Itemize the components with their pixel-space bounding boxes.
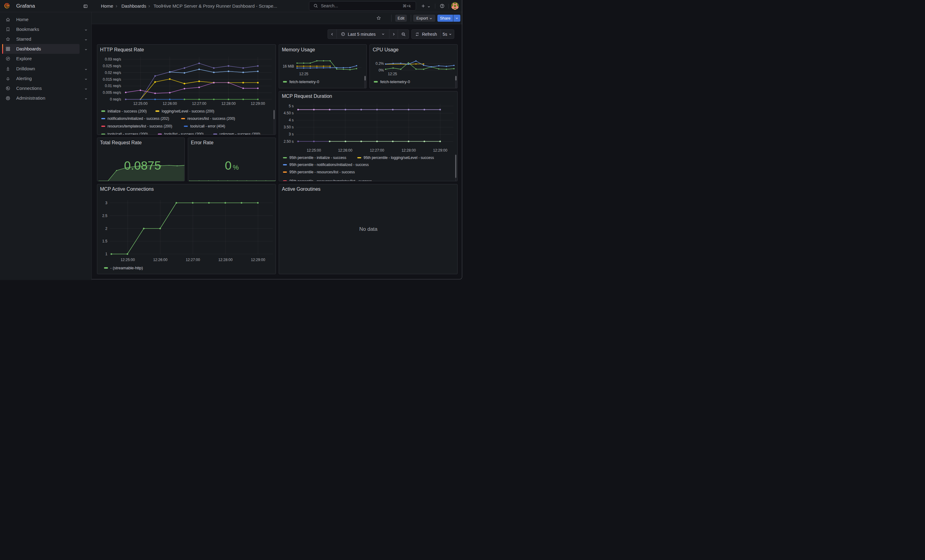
svg-text:2.5: 2.5 bbox=[102, 213, 107, 218]
svg-text:12:26:00: 12:26:00 bbox=[153, 258, 167, 262]
svg-text:12:29:00: 12:29:00 bbox=[250, 102, 265, 106]
svg-text:12:26:00: 12:26:00 bbox=[338, 148, 353, 152]
svg-text:12:28:00: 12:28:00 bbox=[218, 258, 232, 262]
svg-text:4.50 s: 4.50 s bbox=[283, 111, 294, 115]
svg-text:12:25:00: 12:25:00 bbox=[133, 102, 148, 106]
svg-text:0: 0 bbox=[225, 159, 232, 172]
svg-text:0 req/s: 0 req/s bbox=[110, 97, 121, 102]
svg-text:4 s: 4 s bbox=[289, 118, 294, 122]
svg-text:3: 3 bbox=[105, 201, 107, 205]
svg-text:12:29:00: 12:29:00 bbox=[251, 258, 265, 262]
svg-text:0.025 req/s: 0.025 req/s bbox=[102, 64, 121, 68]
svg-text:12:26:00: 12:26:00 bbox=[163, 102, 177, 106]
svg-text:12:27:00: 12:27:00 bbox=[370, 148, 384, 152]
svg-text:3 s: 3 s bbox=[289, 132, 294, 136]
svg-text:12:27:00: 12:27:00 bbox=[192, 102, 206, 106]
svg-text:12:27:00: 12:27:00 bbox=[186, 258, 200, 262]
svg-text:12:25:00: 12:25:00 bbox=[121, 258, 135, 262]
svg-text:0.03 req/s: 0.03 req/s bbox=[105, 57, 121, 62]
svg-text:12:28:00: 12:28:00 bbox=[221, 102, 235, 106]
svg-text:0.015 req/s: 0.015 req/s bbox=[102, 77, 121, 82]
svg-text:3.50 s: 3.50 s bbox=[283, 125, 294, 129]
svg-text:12:28:00: 12:28:00 bbox=[402, 148, 416, 152]
svg-text:0.005 req/s: 0.005 req/s bbox=[102, 90, 121, 95]
svg-text:%: % bbox=[233, 164, 239, 171]
svg-text:12:25: 12:25 bbox=[299, 72, 308, 76]
svg-text:1: 1 bbox=[105, 252, 107, 256]
svg-text:0%: 0% bbox=[379, 68, 384, 72]
svg-text:2.50 s: 2.50 s bbox=[283, 139, 294, 143]
svg-text:12:29:00: 12:29:00 bbox=[433, 148, 447, 152]
svg-text:16 MiB: 16 MiB bbox=[283, 64, 294, 69]
svg-text:0.0875: 0.0875 bbox=[124, 159, 161, 172]
svg-text:0.2%: 0.2% bbox=[376, 62, 384, 66]
svg-text:0.01 req/s: 0.01 req/s bbox=[105, 84, 121, 88]
svg-text:12:25:00: 12:25:00 bbox=[307, 148, 321, 152]
svg-text:12:25: 12:25 bbox=[388, 72, 397, 76]
svg-text:2: 2 bbox=[105, 226, 107, 230]
svg-text:5 s: 5 s bbox=[289, 104, 294, 108]
svg-text:0.02 req/s: 0.02 req/s bbox=[105, 71, 121, 75]
svg-text:1.5: 1.5 bbox=[102, 239, 107, 243]
